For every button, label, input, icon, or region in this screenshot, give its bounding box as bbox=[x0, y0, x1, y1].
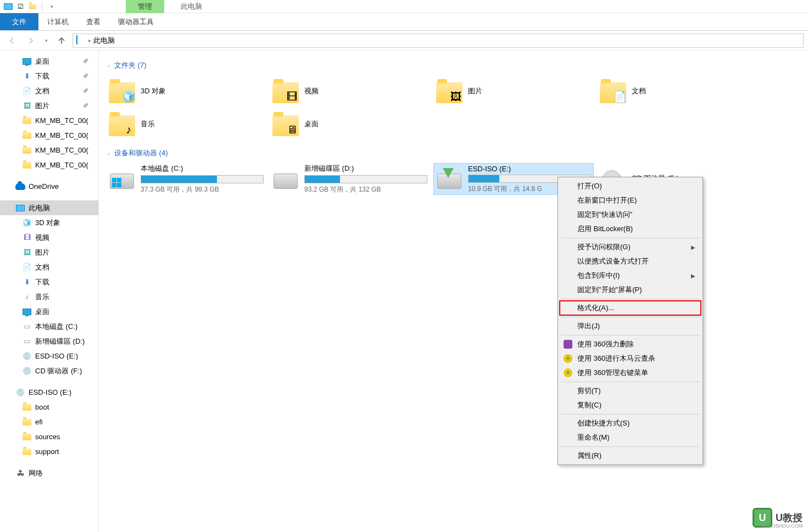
qat-properties-icon[interactable]: ☑ bbox=[15, 2, 25, 12]
sidebar-pc-child[interactable]: ▭本地磁盘 (C:) bbox=[0, 319, 98, 334]
context-menu-item[interactable]: 启用 BitLocker(B) bbox=[560, 222, 701, 236]
sidebar-esd-child[interactable]: sources bbox=[0, 429, 98, 444]
folder-item[interactable]: 🖥桌面 bbox=[270, 109, 430, 139]
context-menu-item[interactable]: 创建快捷方式(S) bbox=[560, 416, 701, 430]
sidebar-pc-child[interactable]: 💿CD 驱动器 (F:) bbox=[0, 363, 98, 378]
sidebar-pc-child[interactable]: 🧊3D 对象 bbox=[0, 215, 98, 230]
drive-info: 37.3 GB 可用，共 99.3 GB bbox=[141, 185, 264, 194]
menu-separator bbox=[561, 382, 700, 382]
drive-item[interactable]: 本地磁盘 (C:)37.3 GB 可用，共 99.3 GB bbox=[107, 164, 266, 194]
sidebar-label: ESD-ISO (E:) bbox=[29, 388, 71, 396]
sidebar-pc-child[interactable]: 桌面 bbox=[0, 304, 98, 319]
sidebar-label: CD 驱动器 (F:) bbox=[35, 366, 82, 376]
tab-view[interactable]: 查看 bbox=[77, 13, 109, 30]
qat-customize-icon[interactable]: ▾ bbox=[47, 2, 57, 12]
sidebar-esd-child[interactable]: support bbox=[0, 444, 98, 459]
folder-icon: 📄 bbox=[600, 78, 626, 104]
context-menu-item[interactable]: 剪切(T) bbox=[560, 384, 701, 398]
sidebar-item-this-pc[interactable]: 此电脑 bbox=[0, 200, 98, 215]
sidebar-item-esd-iso[interactable]: 💿 ESD-ISO (E:) bbox=[0, 385, 98, 400]
chevron-down-icon: ⌄ bbox=[107, 63, 111, 68]
sidebar-quick-item[interactable]: KM_MB_TC_00( bbox=[0, 113, 98, 128]
folder-icon bbox=[22, 116, 32, 126]
folder-icon bbox=[22, 145, 32, 155]
menu-item-label: 重命名(M) bbox=[577, 433, 610, 443]
nav-up-button[interactable] bbox=[54, 33, 69, 48]
sidebar-esd-child[interactable]: efi bbox=[0, 415, 98, 429]
drive-name: 新增磁碟區 (D:) bbox=[304, 164, 427, 173]
nav-forward-button[interactable] bbox=[23, 33, 38, 48]
sidebar-quick-item[interactable]: ⬇下载 bbox=[0, 69, 98, 83]
folder-item[interactable]: ♪音乐 bbox=[107, 109, 266, 139]
nav-recent-dropdown[interactable]: ▾ bbox=[42, 33, 51, 48]
drive-capacity-bar bbox=[141, 175, 264, 183]
context-menu-item[interactable]: 属性(R) bbox=[560, 449, 701, 463]
sidebar-label: KM_MB_TC_00( bbox=[35, 161, 88, 169]
sidebar-pc-child[interactable]: 🎞视频 bbox=[0, 230, 98, 245]
sidebar-label: 桌面 bbox=[35, 307, 49, 317]
sidebar-label: 下载 bbox=[35, 277, 49, 287]
sidebar-item-network[interactable]: 🖧 网络 bbox=[0, 466, 98, 480]
sidebar-pc-child[interactable]: 💿ESD-ISO (E:) bbox=[0, 349, 98, 363]
menu-item-label: 包含到库中(I) bbox=[577, 271, 620, 281]
chevron-right-icon[interactable]: ▸ bbox=[88, 37, 91, 43]
sidebar-item-onedrive[interactable]: OneDrive bbox=[0, 179, 98, 194]
tab-computer[interactable]: 计算机 bbox=[38, 13, 77, 30]
context-menu-item[interactable]: 固定到"开始"屏幕(P) bbox=[560, 283, 701, 297]
menu-item-label: 使用 360管理右键菜单 bbox=[577, 368, 648, 378]
context-menu-item[interactable]: 使用 360强力删除 bbox=[560, 337, 701, 351]
drive-icon bbox=[109, 167, 135, 191]
folder-item[interactable]: 🖼图片 bbox=[434, 76, 593, 107]
sidebar-pc-child[interactable]: 🖼图片 bbox=[0, 245, 98, 260]
context-menu-item[interactable]: +使用 360管理右键菜单 bbox=[560, 366, 701, 380]
folder-name: 桌面 bbox=[304, 119, 319, 129]
context-menu-item[interactable]: 弹出(J) bbox=[560, 319, 701, 333]
nav-back-button[interactable] bbox=[4, 33, 20, 48]
menu-item-label: 固定到"开始"屏幕(P) bbox=[577, 285, 642, 295]
separator bbox=[42, 2, 42, 11]
ribbon-tabs: 文件 计算机 查看 驱动器工具 bbox=[0, 13, 808, 31]
context-menu-item[interactable]: 重命名(M) bbox=[560, 430, 701, 445]
folder-item[interactable]: 🧊3D 对象 bbox=[107, 76, 266, 107]
folder-icon: 🖥 bbox=[272, 111, 299, 137]
drive-item[interactable]: 新增磁碟區 (D:)93.2 GB 可用，共 132 GB bbox=[270, 164, 430, 194]
breadcrumb[interactable]: ▸ 此电脑 bbox=[73, 33, 804, 48]
context-menu-item[interactable]: 在新窗口中打开(E) bbox=[560, 193, 701, 208]
watermark-brand: U教授 bbox=[776, 511, 803, 524]
context-menu-item[interactable]: +使用 360进行木马云查杀 bbox=[560, 351, 701, 366]
folder-item[interactable]: 🎞视频 bbox=[270, 76, 430, 107]
folder-icon bbox=[22, 131, 32, 141]
group-header-drives[interactable]: ⌄ 设备和驱动器 (4) bbox=[107, 148, 800, 158]
context-menu-item[interactable]: 格式化(A)... bbox=[560, 301, 701, 315]
context-menu-item[interactable]: 复制(C) bbox=[560, 398, 701, 412]
tab-drive-tools[interactable]: 驱动器工具 bbox=[109, 13, 163, 30]
folder-icon: 🧊 bbox=[109, 78, 135, 104]
drive-info: 93.2 GB 可用，共 132 GB bbox=[304, 185, 427, 194]
group-header-folders[interactable]: ⌄ 文件夹 (7) bbox=[107, 60, 800, 70]
context-menu-item[interactable]: 固定到"快速访问" bbox=[560, 208, 701, 222]
context-menu-item[interactable]: 包含到库中(I)▶ bbox=[560, 268, 701, 283]
sidebar-quick-item[interactable]: 🖼图片 bbox=[0, 98, 98, 113]
sidebar-quick-item[interactable]: KM_MB_TC_00( bbox=[0, 143, 98, 158]
context-menu: 打开(O)在新窗口中打开(E)固定到"快速访问"启用 BitLocker(B)授… bbox=[558, 177, 703, 465]
context-menu-item[interactable]: 授予访问权限(G)▶ bbox=[560, 240, 701, 254]
sidebar-quick-item[interactable]: 桌面 bbox=[0, 54, 98, 69]
sidebar-pc-child[interactable]: ▭新增磁碟區 (D:) bbox=[0, 334, 98, 349]
breadcrumb-location[interactable]: 此电脑 bbox=[93, 36, 115, 46]
context-menu-item[interactable]: 以便携式设备方式打开 bbox=[560, 254, 701, 268]
sidebar-label: KM_MB_TC_00( bbox=[35, 116, 88, 125]
sidebar-pc-child[interactable]: ⬇下载 bbox=[0, 275, 98, 289]
sidebar-label: 视频 bbox=[35, 233, 49, 243]
sidebar-pc-child[interactable]: ♪音乐 bbox=[0, 289, 98, 304]
sidebar-quick-item[interactable]: KM_MB_TC_00( bbox=[0, 128, 98, 143]
sidebar-pc-child[interactable]: 📄文档 bbox=[0, 260, 98, 275]
sidebar-quick-item[interactable]: KM_MB_TC_00( bbox=[0, 158, 98, 172]
folder-item[interactable]: 📄文档 bbox=[598, 76, 757, 107]
doc-icon: 📄 bbox=[22, 262, 32, 272]
tab-file[interactable]: 文件 bbox=[0, 13, 38, 30]
group-label: 设备和驱动器 (4) bbox=[114, 148, 168, 158]
sidebar-esd-child[interactable]: boot bbox=[0, 400, 98, 415]
context-menu-item[interactable]: 打开(O) bbox=[560, 179, 701, 193]
sidebar-quick-item[interactable]: 📄文档 bbox=[0, 83, 98, 98]
qat-new-folder-icon[interactable] bbox=[27, 2, 37, 12]
